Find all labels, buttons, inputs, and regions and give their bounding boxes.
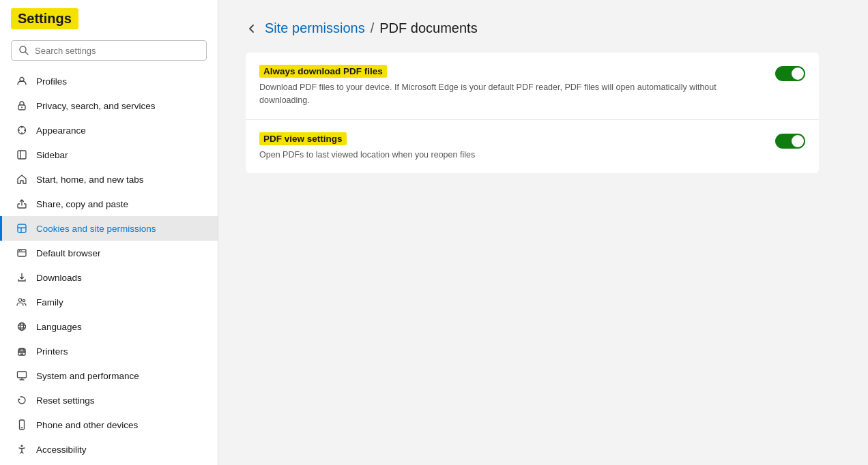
sidebar-icon <box>16 149 28 161</box>
breadcrumb: Site permissions / PDF documents <box>246 20 841 36</box>
sidebar-item-system[interactable]: System and performance <box>0 363 218 388</box>
setting-text-pdf-view: PDF view settings Open PDFs to last view… <box>259 132 762 162</box>
sidebar-item-printers[interactable]: Printers <box>0 339 218 363</box>
search-input[interactable] <box>35 46 199 56</box>
sidebar-item-family-label: Family <box>36 297 63 308</box>
profile-icon <box>16 75 28 87</box>
back-button[interactable] <box>246 22 258 35</box>
sidebar-item-reset[interactable]: Reset settings <box>0 388 218 412</box>
breadcrumb-current-page: PDF documents <box>379 20 477 36</box>
breadcrumb-site-permissions[interactable]: Site permissions <box>265 20 365 36</box>
svg-point-17 <box>18 323 26 331</box>
sidebar-item-start-home[interactable]: Start, home, and new tabs <box>0 167 218 192</box>
sidebar-item-default-browser[interactable]: Default browser <box>0 241 218 265</box>
sidebar-item-sidebar[interactable]: Sidebar <box>0 142 218 167</box>
sidebar-item-default-browser-label: Default browser <box>36 248 101 258</box>
privacy-icon <box>16 100 28 112</box>
sidebar-item-phone-label: Phone and other devices <box>36 420 138 430</box>
share-icon <box>16 198 28 210</box>
sidebar-item-privacy-label: Privacy, search, and services <box>36 101 156 111</box>
svg-point-4 <box>21 107 23 108</box>
sidebar-item-cookies[interactable]: Cookies and site permissions <box>0 216 218 241</box>
setting-title-pdf-view: PDF view settings <box>259 132 347 145</box>
app-title: Settings <box>11 8 78 29</box>
setting-desc-pdf-view: Open PDFs to last viewed location when y… <box>259 149 762 162</box>
svg-point-30 <box>21 445 23 447</box>
accessibility-icon <box>16 443 28 455</box>
toggle-always-download-knob <box>792 68 804 80</box>
sidebar-item-family[interactable]: Family <box>0 290 218 314</box>
cookies-icon <box>16 222 28 235</box>
sidebar-item-system-label: System and performance <box>36 371 139 381</box>
appearance-icon <box>16 124 28 136</box>
browser-icon <box>16 247 28 259</box>
setting-desc-always-download: Download PDF files to your device. If Mi… <box>259 81 762 107</box>
sidebar: Settings Profiles Privacy, search, and s… <box>0 0 218 465</box>
sidebar-item-start-home-label: Start, home, and new tabs <box>36 175 144 185</box>
reset-icon <box>16 394 28 406</box>
sidebar-item-about[interactable]: About Microsoft Edge <box>0 462 218 465</box>
sidebar-item-profiles[interactable]: Profiles <box>0 69 218 93</box>
sidebar-item-sidebar-label: Sidebar <box>36 150 68 160</box>
sidebar-item-privacy[interactable]: Privacy, search, and services <box>0 93 218 118</box>
sidebar-item-accessibility[interactable]: Accessibility <box>0 437 218 462</box>
sidebar-item-printers-label: Printers <box>36 346 68 357</box>
family-icon <box>16 296 28 308</box>
svg-rect-25 <box>18 372 27 378</box>
system-icon <box>16 370 28 382</box>
sidebar-item-reset-label: Reset settings <box>36 395 95 406</box>
setting-title-always-download: Always download PDF files <box>259 65 387 78</box>
sidebar-item-languages-label: Languages <box>36 322 82 332</box>
printer-icon <box>16 345 28 357</box>
toggle-pdf-view-knob <box>792 135 804 147</box>
setting-row-always-download: Always download PDF files Download PDF f… <box>246 52 819 120</box>
setting-row-pdf-view: PDF view settings Open PDFs to last view… <box>246 120 819 174</box>
sidebar-item-downloads-label: Downloads <box>36 273 82 283</box>
svg-point-16 <box>23 299 25 301</box>
sidebar-item-phone[interactable]: Phone and other devices <box>0 412 218 437</box>
toggle-always-download[interactable] <box>775 66 805 81</box>
svg-rect-8 <box>18 224 26 232</box>
svg-point-15 <box>18 299 21 301</box>
sidebar-item-downloads[interactable]: Downloads <box>0 265 218 290</box>
download-icon <box>16 271 28 284</box>
svg-point-18 <box>20 323 24 331</box>
phone-icon <box>16 419 28 431</box>
sidebar-item-accessibility-label: Accessibility <box>36 445 87 455</box>
svg-point-14 <box>20 250 22 252</box>
toggle-pdf-view[interactable] <box>775 134 805 149</box>
search-icon <box>18 45 29 56</box>
sidebar-item-profiles-label: Profiles <box>36 76 67 87</box>
search-box[interactable] <box>11 40 207 61</box>
home-icon <box>16 173 28 185</box>
sidebar-item-languages[interactable]: Languages <box>0 314 218 339</box>
languages-icon <box>16 320 28 333</box>
sidebar-item-appearance[interactable]: Appearance <box>0 118 218 142</box>
svg-line-1 <box>25 52 28 55</box>
toggle-pdf-view-container <box>775 134 805 149</box>
nav-list: Profiles Privacy, search, and services A… <box>0 66 218 465</box>
svg-point-13 <box>19 250 20 252</box>
sidebar-item-cookies-label: Cookies and site permissions <box>36 224 156 234</box>
svg-rect-6 <box>18 151 26 159</box>
sidebar-header: Settings <box>0 0 218 35</box>
sidebar-item-share-label: Share, copy and paste <box>36 199 128 209</box>
toggle-always-download-container <box>775 66 805 81</box>
setting-text-always-download: Always download PDF files Download PDF f… <box>259 65 762 107</box>
main-content: Site permissions / PDF documents Always … <box>218 0 868 465</box>
settings-card: Always download PDF files Download PDF f… <box>246 52 819 173</box>
breadcrumb-separator: / <box>371 20 375 36</box>
sidebar-item-appearance-label: Appearance <box>36 125 86 136</box>
sidebar-item-share-copy[interactable]: Share, copy and paste <box>0 192 218 216</box>
